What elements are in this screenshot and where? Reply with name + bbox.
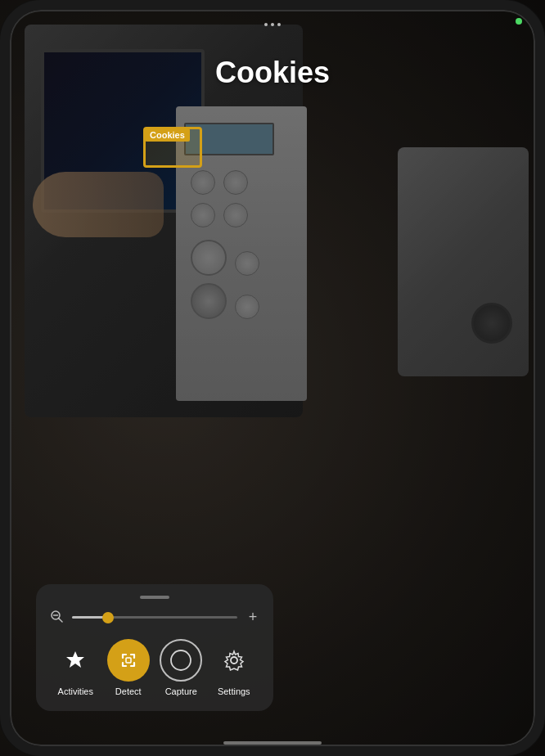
- gear-icon: [223, 650, 245, 671]
- bottom-toolbar-panel: + Activities: [36, 584, 273, 711]
- capture-tool[interactable]: Capture: [160, 639, 202, 696]
- activities-icon-circle: [54, 639, 97, 682]
- activities-label: Activities: [58, 686, 93, 696]
- home-bar[interactable]: [223, 741, 322, 745]
- star-icon: [65, 650, 86, 671]
- capture-label: Capture: [165, 686, 197, 696]
- top-dots: [264, 23, 281, 26]
- capture-icon: [167, 646, 195, 674]
- panel-drag-handle[interactable]: [140, 596, 169, 599]
- svg-point-5: [171, 650, 191, 670]
- status-indicator: [516, 18, 522, 25]
- zoom-out-icon[interactable]: [49, 610, 64, 626]
- detection-label: Cookies: [145, 128, 190, 142]
- settings-label: Settings: [218, 686, 250, 696]
- svg-rect-4: [126, 658, 131, 663]
- settings-tool[interactable]: Settings: [213, 639, 255, 696]
- scan-icon: [118, 650, 139, 671]
- settings-icon-circle: [213, 639, 255, 682]
- activities-tool[interactable]: Activities: [54, 639, 97, 696]
- svg-point-6: [231, 657, 237, 664]
- detection-bounding-box: Cookies: [143, 127, 202, 168]
- tools-row: Activities Detect: [49, 639, 260, 696]
- svg-line-1: [59, 619, 62, 622]
- zoom-slider-row: +: [49, 609, 260, 626]
- svg-marker-3: [66, 651, 84, 668]
- detect-icon-circle: [107, 639, 150, 682]
- capture-icon-circle: [160, 639, 202, 682]
- detected-object-title: Cookies: [215, 56, 330, 90]
- zoom-slider-thumb[interactable]: [102, 612, 114, 623]
- detect-label: Detect: [115, 686, 142, 696]
- zoom-plus-label[interactable]: +: [245, 609, 260, 626]
- zoom-slider-track[interactable]: [72, 616, 237, 619]
- detect-tool[interactable]: Detect: [107, 639, 150, 696]
